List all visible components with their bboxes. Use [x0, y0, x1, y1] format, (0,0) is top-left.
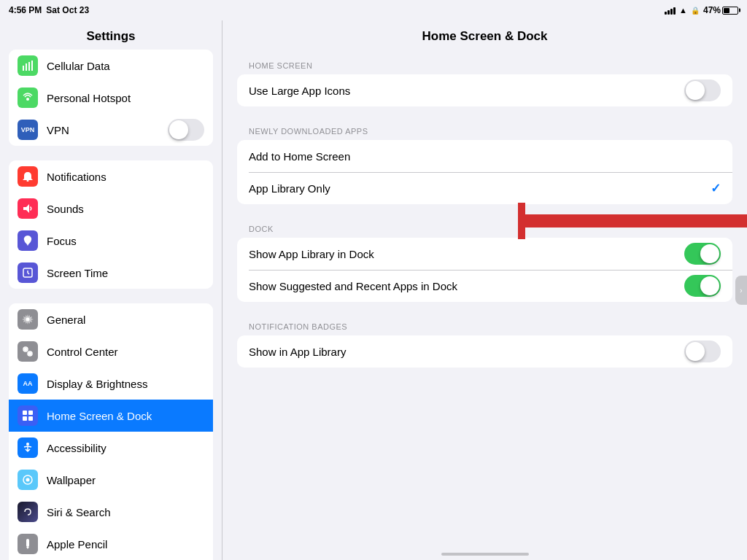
section-dock: DOCK Show App Library in Dock Show Sugge…: [237, 225, 732, 302]
sidebar-item-hotspot[interactable]: Personal Hotspot: [9, 82, 213, 114]
svg-rect-5: [27, 180, 29, 182]
sidebar-item-label: Home Screen & Dock: [47, 410, 204, 422]
row-show-in-app-library[interactable]: Show in App Library: [237, 335, 732, 368]
lock-icon: 🔒: [691, 7, 700, 15]
svg-rect-12: [28, 352, 31, 355]
section-header-dock: DOCK: [237, 225, 732, 233]
settings-card-notification-badges: Show in App Library: [237, 335, 732, 368]
row-app-library-only[interactable]: App Library Only ✓: [237, 172, 732, 204]
cellular-icon: [18, 55, 38, 76]
vpn-icon: VPN: [18, 120, 38, 140]
general-icon: [18, 309, 38, 330]
row-label-app-library-only: App Library Only: [249, 182, 711, 195]
sidebar-item-label: Accessibility: [47, 442, 204, 454]
status-bar-right: ▲ 🔒 47%: [665, 5, 738, 15]
sidebar-item-label: Siri & Search: [47, 506, 204, 518]
section-notification-badges: NOTIFICATION BADGES Show in App Library: [237, 322, 732, 368]
show-app-library-dock-toggle[interactable]: [684, 243, 721, 265]
sidebar-item-display[interactable]: AA Display & Brightness: [9, 368, 213, 400]
sidebar-item-homescreen[interactable]: Home Screen & Dock: [9, 400, 213, 432]
svg-point-19: [26, 478, 30, 482]
svg-rect-2: [28, 62, 30, 71]
row-add-to-home[interactable]: Add to Home Screen: [237, 140, 732, 172]
sidebar-item-siri[interactable]: Siri & Search: [9, 496, 213, 528]
sidebar-item-general[interactable]: General: [9, 303, 213, 335]
show-in-app-library-toggle[interactable]: [684, 341, 721, 362]
screentime-icon: [18, 262, 38, 283]
sidebar-item-focus[interactable]: Focus: [9, 225, 213, 257]
sidebar-item-label: Apple Pencil: [47, 538, 204, 551]
status-bar: 4:56 PM Sat Oct 23 ▲ 🔒 47%: [0, 0, 747, 20]
svg-rect-11: [24, 348, 27, 351]
sidebar-item-cellular[interactable]: Cellular Data: [9, 50, 213, 82]
hotspot-icon: [18, 88, 38, 108]
wallpaper-icon: [18, 470, 38, 490]
sidebar-item-wallpaper[interactable]: Wallpaper: [9, 464, 213, 496]
controlcenter-icon: [18, 341, 38, 362]
svg-rect-1: [26, 63, 27, 71]
applepencil-icon: [18, 534, 38, 554]
content-scroll: HOME SCREEN Use Large App Icons NEWLY DO…: [222, 50, 747, 560]
vpn-toggle[interactable]: [168, 119, 204, 141]
status-bar-left: 4:56 PM Sat Oct 23: [9, 5, 89, 15]
sidebar-title: Settings: [0, 20, 222, 50]
svg-point-17: [26, 443, 29, 446]
status-time: 4:56 PM: [9, 5, 42, 15]
battery-percent: 47%: [703, 5, 721, 15]
section-newly-downloaded: NEWLY DOWNLOADED APPS Add to Home Screen…: [237, 127, 732, 204]
svg-rect-15: [23, 416, 27, 421]
sounds-icon: [18, 198, 38, 219]
siri-icon: [18, 502, 38, 522]
sidebar-item-sounds[interactable]: Sounds: [9, 192, 213, 225]
large-icons-toggle[interactable]: [684, 79, 721, 101]
sidebar-group-system: Notifications Sounds Focus: [9, 160, 213, 289]
focus-icon: [18, 230, 38, 251]
row-show-suggested[interactable]: Show Suggested and Recent Apps in Dock: [237, 270, 732, 302]
sidebar-item-label: Display & Brightness: [47, 378, 204, 390]
sidebar-item-label: Control Center: [47, 346, 204, 358]
scroll-tab[interactable]: ›: [735, 276, 747, 305]
sidebar-item-label: Sounds: [47, 203, 204, 215]
display-icon: AA: [18, 373, 38, 394]
sidebar-item-label: Cellular Data: [47, 60, 204, 72]
sidebar-item-screentime[interactable]: Screen Time: [9, 257, 213, 289]
row-label-show-in-app-library: Show in App Library: [249, 346, 684, 358]
sidebar-item-label: Personal Hotspot: [47, 92, 204, 104]
section-header-home-screen: HOME SCREEN: [237, 61, 732, 70]
content-area: Home Screen & Dock › HOME SCREEN Use Lar…: [222, 20, 747, 560]
battery-icon: [722, 7, 738, 15]
settings-card-home-screen: Use Large App Icons: [237, 74, 732, 106]
section-header-notification-badges: NOTIFICATION BADGES: [237, 322, 732, 331]
sidebar-item-controlcenter[interactable]: Control Center: [9, 335, 213, 368]
sidebar-item-label: Focus: [47, 235, 204, 247]
row-label-add-to-home: Add to Home Screen: [249, 150, 721, 163]
show-suggested-toggle[interactable]: [684, 275, 721, 297]
sidebar-item-label: Wallpaper: [47, 474, 204, 486]
svg-point-4: [26, 98, 29, 101]
sidebar-item-vpn[interactable]: VPN VPN: [9, 114, 213, 146]
sidebar-list: Cellular Data Personal Hotspot VPN VPN: [0, 50, 222, 560]
signal-icon: [665, 6, 676, 15]
accessibility-icon: [18, 438, 38, 458]
sidebar-item-label: Screen Time: [47, 267, 204, 279]
svg-rect-14: [28, 411, 33, 415]
home-indicator: [441, 553, 529, 556]
sidebar-item-label: VPN: [47, 124, 168, 136]
app-library-checkmark: ✓: [711, 181, 721, 196]
content-title: Home Screen & Dock: [222, 20, 747, 50]
sidebar-item-applepencil[interactable]: Apple Pencil: [9, 528, 213, 560]
sidebar-group-display: General Control Center AA Display & Brig…: [9, 303, 213, 560]
svg-marker-21: [26, 547, 29, 549]
status-date: Sat Oct 23: [46, 5, 89, 15]
homescreen-icon: [18, 405, 38, 426]
row-show-app-library-dock[interactable]: Show App Library in Dock: [237, 238, 732, 270]
settings-card-dock: Show App Library in Dock Show Suggested …: [237, 238, 732, 302]
section-header-newly-downloaded: NEWLY DOWNLOADED APPS: [237, 127, 732, 136]
notifications-icon: [18, 166, 38, 187]
row-label-show-suggested: Show Suggested and Recent Apps in Dock: [249, 280, 684, 292]
row-large-icons[interactable]: Use Large App Icons: [237, 74, 732, 106]
sidebar-item-notifications[interactable]: Notifications: [9, 160, 213, 192]
svg-marker-6: [23, 204, 29, 213]
svg-rect-20: [26, 539, 29, 547]
sidebar-item-accessibility[interactable]: Accessibility: [9, 432, 213, 464]
